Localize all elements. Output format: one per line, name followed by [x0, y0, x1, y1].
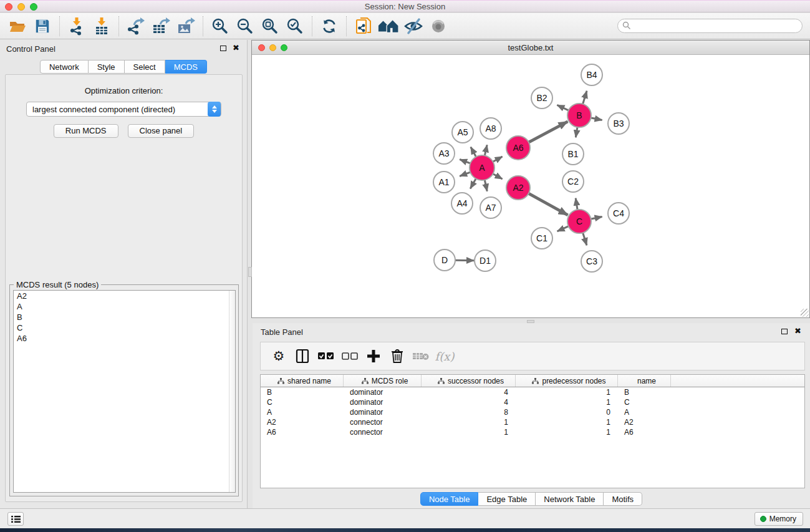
- tab-select[interactable]: Select: [125, 60, 165, 74]
- edge-A-A7[interactable]: [485, 179, 487, 191]
- open-file-icon[interactable]: [5, 16, 30, 37]
- tab-style[interactable]: Style: [89, 60, 125, 74]
- table-row[interactable]: Bdominator41B: [261, 387, 804, 397]
- tab-motifs[interactable]: Motifs: [604, 492, 642, 506]
- tab-network[interactable]: Network: [40, 60, 89, 74]
- export-table-icon[interactable]: [148, 16, 173, 37]
- export-network-icon[interactable]: [123, 16, 148, 37]
- refresh-layout-icon[interactable]: [317, 16, 342, 37]
- network-canvas[interactable]: ABCA6A2A1A3A4A5A7A8B1B2B3B4C1C2C3C4DD1: [253, 55, 809, 317]
- edge-C-C2[interactable]: [576, 198, 577, 211]
- column-header-shared-name[interactable]: shared name: [261, 375, 344, 387]
- hide-selected-icon[interactable]: [401, 16, 426, 37]
- float-panel-icon[interactable]: [220, 46, 226, 51]
- mcds-result-item[interactable]: A: [14, 301, 235, 312]
- window-resize-grip[interactable]: [801, 309, 809, 317]
- edge-A-A1[interactable]: [460, 172, 471, 176]
- export-image-icon[interactable]: [173, 16, 198, 37]
- node-label-A4: A4: [456, 198, 467, 208]
- edge-A-A4[interactable]: [470, 178, 476, 189]
- edge-C-C4[interactable]: [590, 216, 602, 219]
- save-session-icon[interactable]: [30, 16, 55, 37]
- show-columns-icon[interactable]: [293, 346, 312, 366]
- run-mcds-button[interactable]: Run MCDS: [54, 124, 118, 138]
- tab-mcds[interactable]: MCDS: [165, 60, 207, 74]
- new-network-glyph: [355, 17, 372, 36]
- task-history-button[interactable]: [7, 512, 24, 526]
- table-row[interactable]: A6connector11A6: [261, 427, 804, 437]
- table-type-tabs: Node TableEdge TableNetwork TableMotifs: [253, 492, 810, 506]
- search-input[interactable]: [617, 19, 803, 33]
- zoom-selected-icon[interactable]: [282, 16, 307, 37]
- edge-C-C1[interactable]: [557, 226, 570, 231]
- tab-node-table[interactable]: Node Table: [420, 492, 479, 506]
- float-table-panel-icon[interactable]: [781, 329, 788, 334]
- column-header-mcds-role[interactable]: MCDS role: [344, 375, 422, 387]
- edge-A6-B[interactable]: [528, 122, 567, 143]
- mcds-result-item[interactable]: A2: [14, 291, 235, 301]
- network-window-titlebar[interactable]: testGlobe.txt: [252, 41, 809, 55]
- edge-B-B4[interactable]: [582, 91, 587, 105]
- deselect-all-checks-icon[interactable]: [340, 346, 359, 366]
- edge-B-B3[interactable]: [590, 117, 602, 120]
- zoom-fit-icon[interactable]: [258, 16, 282, 37]
- close-panel-button[interactable]: Close panel: [128, 124, 195, 138]
- new-network-from-selection-icon[interactable]: [351, 16, 376, 37]
- cell-successor-nodes: 8: [422, 407, 516, 417]
- delete-table-icon[interactable]: [412, 346, 430, 366]
- list-scrollbar[interactable]: [229, 291, 235, 492]
- edge-A2-C[interactable]: [528, 193, 568, 215]
- table-row[interactable]: Cdominator41C: [261, 397, 804, 407]
- show-all-icon[interactable]: [426, 16, 451, 37]
- mcds-result-list[interactable]: A2ABCA6: [13, 290, 236, 493]
- column-header-label: name: [637, 377, 656, 385]
- table-row[interactable]: A2connector11A2: [261, 417, 804, 427]
- hierarchy-icon: [438, 378, 445, 384]
- edge-C-C3[interactable]: [582, 231, 587, 245]
- mcds-result-item[interactable]: A6: [14, 333, 235, 344]
- optimization-criterion-select[interactable]: largest connected component (directed): [26, 102, 221, 117]
- edge-B-B2[interactable]: [557, 105, 569, 110]
- application-window: Session: New Session: [0, 0, 810, 528]
- column-header-successor-nodes[interactable]: successor nodes: [422, 375, 516, 387]
- splitter-grip-vertical[interactable]: [248, 267, 252, 277]
- mcds-result-item[interactable]: C: [14, 322, 235, 333]
- node-label-A2: A2: [513, 183, 523, 193]
- mcds-result-groupbox: MCDS result (5 nodes) A2ABCA6: [9, 284, 239, 496]
- function-builder-icon[interactable]: f(x): [435, 346, 454, 366]
- search-icon: [622, 21, 631, 30]
- zoom-out-icon[interactable]: [233, 16, 258, 37]
- toolbar-separator: [59, 16, 60, 36]
- memory-button[interactable]: Memory: [755, 512, 803, 526]
- cell-mcds-role: dominator: [344, 387, 422, 397]
- close-panel-icon[interactable]: ✖: [233, 43, 239, 52]
- tab-network-table[interactable]: Network Table: [536, 492, 604, 506]
- hierarchy-icon: [532, 378, 539, 384]
- delete-columns-icon[interactable]: [388, 346, 407, 366]
- create-column-icon[interactable]: [364, 346, 383, 366]
- select-all-checks-icon[interactable]: [317, 346, 335, 366]
- zoom-in-icon[interactable]: [208, 16, 233, 37]
- table-toolbar: ⚙: [260, 342, 805, 370]
- import-network-icon[interactable]: [64, 16, 89, 37]
- screen: Session: New Session: [0, 0, 810, 532]
- column-header-predecessor-nodes[interactable]: predecessor nodes: [516, 375, 618, 387]
- mcds-result-item[interactable]: B: [14, 312, 235, 322]
- node-label-D: D: [441, 255, 448, 265]
- mcds-result-title: MCDS result (5 nodes): [14, 280, 101, 289]
- import-table-icon[interactable]: [89, 16, 114, 37]
- close-table-panel-icon[interactable]: ✖: [794, 326, 801, 336]
- unchecked-boxes-glyph: [342, 352, 358, 360]
- node-label-A: A: [479, 163, 485, 173]
- cell-predecessor-nodes: 1: [516, 387, 618, 397]
- first-neighbors-icon[interactable]: [376, 16, 401, 37]
- table-settings-icon[interactable]: ⚙: [269, 346, 288, 366]
- edge-A-A3[interactable]: [460, 160, 471, 164]
- node-label-D1: D1: [480, 256, 491, 266]
- column-header-name[interactable]: name: [618, 375, 671, 387]
- status-bar: Memory: [0, 508, 810, 528]
- tab-edge-table[interactable]: Edge Table: [478, 492, 536, 506]
- cell-shared-name: B: [261, 387, 344, 397]
- table-row[interactable]: Adominator80A: [261, 407, 804, 417]
- node-label-B2: B2: [536, 93, 547, 103]
